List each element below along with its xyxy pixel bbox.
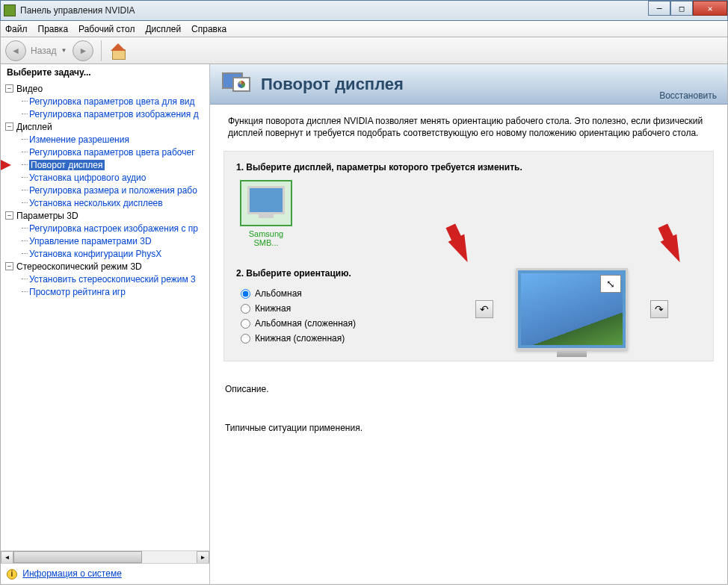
rotate-display-header-icon bbox=[222, 69, 252, 99]
tree-item[interactable]: Регулировка параметров цвета для вид bbox=[29, 96, 194, 107]
tree-item[interactable]: Регулировка параметров цвета рабочег bbox=[29, 147, 195, 158]
tree-item[interactable]: Регулировка размера и положения рабо bbox=[29, 185, 197, 196]
menu-desktop[interactable]: Рабочий стол bbox=[78, 24, 135, 34]
radio-portrait[interactable] bbox=[241, 304, 250, 314]
window-title: Панель управления NVIDIA bbox=[20, 5, 135, 16]
tree-item[interactable]: Установка нескольких дисплеев bbox=[29, 198, 163, 208]
content-header: Поворот дисплея Восстановить bbox=[210, 64, 727, 105]
menu-display[interactable]: Дисплей bbox=[145, 24, 181, 34]
annotation-arrow-icon bbox=[448, 235, 476, 267]
back-dropdown-icon[interactable]: ▼ bbox=[61, 47, 68, 54]
display-tile[interactable]: Samsung SMB... bbox=[236, 180, 296, 247]
tree-item[interactable]: Изменение разрешения bbox=[29, 134, 129, 145]
menu-help[interactable]: Справка bbox=[191, 24, 226, 34]
tree-group-stereo[interactable]: Стереоскопический режим 3D bbox=[16, 261, 142, 272]
tree-toggle-video[interactable]: − bbox=[5, 84, 13, 93]
menu-file[interactable]: Файл bbox=[5, 24, 28, 34]
radio-landscape-flipped[interactable] bbox=[241, 319, 250, 329]
annotation-arrow-icon bbox=[1, 160, 11, 170]
display-name-label: Samsung SMB... bbox=[236, 229, 296, 247]
toolbar: ◄ Назад ▼ ► bbox=[0, 37, 728, 64]
tree-item[interactable]: Регулировка параметров изображения д bbox=[29, 109, 199, 119]
restore-defaults-link[interactable]: Восстановить bbox=[659, 90, 717, 101]
scroll-thumb[interactable] bbox=[13, 551, 142, 563]
tree-item[interactable]: Регулировка настроек изображения с пр bbox=[29, 223, 198, 234]
orientation-preview: ⤡ bbox=[516, 268, 628, 350]
radio-portrait-flipped[interactable] bbox=[241, 334, 250, 344]
back-label: Назад bbox=[31, 46, 56, 56]
page-description: Функция поворота дисплея NVIDIA позволяе… bbox=[223, 115, 714, 139]
tree-group-3d[interactable]: Параметры 3D bbox=[16, 211, 78, 221]
orientation-radio-group: Альбомная Книжная Альбомная (сложенная) bbox=[236, 286, 356, 346]
step1-title: 1. Выберите дисплей, параметры которого … bbox=[236, 162, 701, 173]
rotate-cw-button[interactable]: ↷ bbox=[650, 300, 668, 318]
scroll-left-icon[interactable]: ◄ bbox=[1, 551, 13, 564]
tree-group-video[interactable]: Видео bbox=[16, 84, 43, 94]
radio-label[interactable]: Альбомная (сложенная) bbox=[255, 318, 356, 329]
rotate-ccw-button[interactable]: ↶ bbox=[475, 300, 493, 318]
tree-item-rotate-display[interactable]: Поворот дисплея bbox=[29, 160, 105, 170]
forward-button[interactable]: ► bbox=[73, 40, 93, 61]
tree-toggle-display[interactable]: − bbox=[5, 122, 13, 131]
step2-title: 2. Выберите ориентацию. bbox=[236, 268, 356, 279]
titlebar: Панель управления NVIDIA ─ □ ✕ bbox=[0, 0, 728, 21]
tree-toggle-3d[interactable]: − bbox=[5, 211, 13, 220]
home-icon[interactable] bbox=[109, 42, 127, 60]
usage-heading: Типичные ситуации применения. bbox=[225, 423, 714, 433]
tree-item[interactable]: Установка цифрового аудио bbox=[29, 173, 146, 183]
nvidia-icon bbox=[4, 4, 16, 16]
display-thumbnail bbox=[240, 180, 292, 226]
page-title: Поворот дисплея bbox=[261, 75, 404, 94]
minimize-button[interactable]: ─ bbox=[648, 1, 670, 16]
content-pane: Поворот дисплея Восстановить Функция пов… bbox=[210, 64, 727, 584]
back-button[interactable]: ◄ bbox=[5, 40, 26, 61]
tree-item[interactable]: Просмотр рейтинга игр bbox=[29, 287, 126, 297]
task-tree: − Видео Регулировка параметров цвета для… bbox=[1, 81, 209, 550]
description-heading: Описание. bbox=[225, 384, 714, 394]
sidebar-title: Выберите задачу... bbox=[1, 64, 209, 81]
radio-label[interactable]: Книжная bbox=[255, 303, 291, 314]
tree-toggle-stereo[interactable]: − bbox=[5, 262, 13, 270]
close-button[interactable]: ✕ bbox=[693, 1, 727, 16]
info-icon: i bbox=[7, 569, 17, 580]
menu-edit[interactable]: Правка bbox=[38, 24, 69, 34]
radio-landscape[interactable] bbox=[241, 289, 250, 299]
scroll-right-icon[interactable]: ► bbox=[197, 551, 209, 564]
maximize-button[interactable]: □ bbox=[670, 1, 693, 16]
menubar: Файл Правка Рабочий стол Дисплей Справка bbox=[0, 21, 728, 37]
tree-item[interactable]: Установка конфигурации PhysX bbox=[29, 249, 161, 259]
radio-label[interactable]: Альбомная bbox=[255, 288, 302, 299]
annotation-arrow-icon bbox=[661, 235, 688, 267]
system-info-link[interactable]: Информация о системе bbox=[22, 568, 121, 579]
tree-group-display[interactable]: Дисплей bbox=[16, 122, 52, 132]
sidebar: Выберите задачу... − Видео Регулировка п… bbox=[1, 64, 210, 584]
tree-item[interactable]: Управление параметрами 3D bbox=[29, 236, 152, 246]
tree-item[interactable]: Установить стереоскопический режим 3 bbox=[29, 274, 196, 285]
radio-label[interactable]: Книжная (сложенная) bbox=[255, 333, 345, 344]
settings-panel: 1. Выберите дисплей, параметры которого … bbox=[223, 151, 714, 361]
sidebar-hscrollbar[interactable]: ◄ ► bbox=[1, 550, 209, 563]
orientation-badge-icon: ⤡ bbox=[600, 275, 621, 293]
toolbar-separator bbox=[101, 40, 102, 61]
